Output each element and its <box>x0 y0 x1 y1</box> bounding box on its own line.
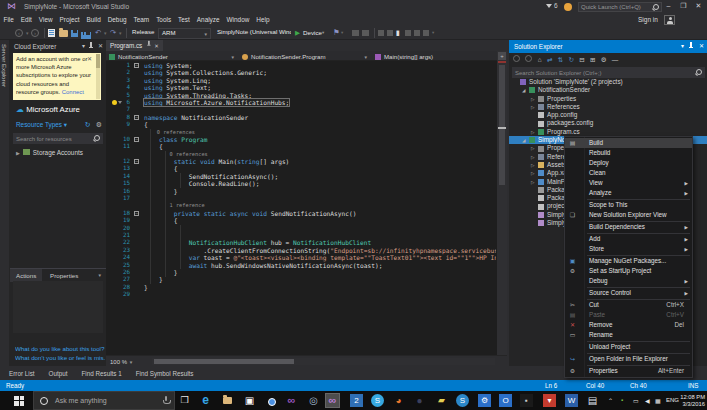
context-menu-rename[interactable]: Rename▭ <box>565 330 692 340</box>
storage-accounts-item[interactable]: ▶Storage Accounts <box>10 147 106 158</box>
save-all-icon[interactable] <box>81 30 91 40</box>
outlook-icon[interactable]: O <box>499 394 512 407</box>
startup-project-dropdown[interactable]: SimplyNote (Universal Windows)▼ <box>214 28 291 39</box>
tab-program-cs[interactable]: Program.cs✕ <box>106 40 163 51</box>
menu-build[interactable]: Build <box>83 13 104 26</box>
project-dropdown[interactable]: NotificationSender▼ <box>106 51 239 61</box>
undo-icon[interactable]: ↶ <box>95 28 101 38</box>
menu-edit[interactable]: Edit <box>17 13 35 26</box>
tray-monitor-icon[interactable]: ▭ <box>633 397 639 404</box>
pin-icon[interactable] <box>689 42 694 53</box>
terminal-icon[interactable]: ▪ <box>520 394 533 407</box>
app-dark-icon[interactable]: ● <box>413 394 426 407</box>
menu-view[interactable]: View <box>35 13 56 26</box>
pin-icon[interactable] <box>147 41 151 47</box>
close-icon[interactable]: ✕ <box>98 42 103 51</box>
split-plus-icon[interactable]: + <box>498 52 506 60</box>
platform-dropdown[interactable]: ARM▼ <box>158 28 211 39</box>
redo-icon[interactable]: ↷ <box>110 28 116 38</box>
connect-link[interactable]: Connect <box>62 89 84 95</box>
tray-speaker-icon[interactable]: ◀ <box>645 397 650 404</box>
quick-launch-input[interactable]: Quick Launch (Ctrl+Q) <box>578 2 662 12</box>
close-icon[interactable]: ✕ <box>154 43 159 49</box>
tree-item-references[interactable]: ▷References <box>509 103 707 111</box>
tray-chevron-icon[interactable]: ⌃ <box>608 397 613 404</box>
cortana-search-box[interactable]: Ask me anything <box>33 391 175 410</box>
context-menu-clean[interactable]: Clean <box>565 168 692 178</box>
context-menu-analyze[interactable]: Analyze▶ <box>565 188 692 198</box>
app-2-icon[interactable]: 2 <box>350 394 363 407</box>
visual-studio-active-icon[interactable]: ∞ <box>326 394 339 407</box>
run-target-label[interactable]: Device <box>303 28 322 38</box>
navigate-forward-icon[interactable]: › <box>31 28 39 38</box>
menu-debug[interactable]: Debug <box>104 13 130 26</box>
menu-tools[interactable]: Tools <box>153 13 175 26</box>
editor-horizontal-scrollbar[interactable] <box>152 358 495 365</box>
menu-file[interactable]: File <box>0 13 17 26</box>
zoom-dropdown[interactable]: 100 % ▼ <box>108 358 146 366</box>
lightbulb-icon[interactable] <box>112 100 117 105</box>
context-menu-remove[interactable]: Remove✕Del <box>565 320 692 330</box>
context-menu-manage-nuget-packages-[interactable]: Manage NuGet Packages...▣ <box>565 256 692 266</box>
tray-green-icon[interactable]: ▪ <box>621 397 623 403</box>
back-icon[interactable] <box>513 55 520 62</box>
close-icon[interactable]: ✕ <box>87 55 92 63</box>
bottom-tab-find-symbol-results[interactable]: Find Symbol Results <box>131 366 199 378</box>
menu-project[interactable]: Project <box>56 13 83 26</box>
save-icon[interactable] <box>71 30 78 40</box>
context-menu-cut[interactable]: Cut✂Ctrl+X <box>565 300 692 310</box>
skype-business-icon[interactable]: S <box>456 394 469 407</box>
microphone-icon[interactable] <box>165 396 168 401</box>
refresh-icon[interactable]: ↻ <box>568 56 573 63</box>
menu-help[interactable]: Help <box>253 13 273 26</box>
tree-item-solution-simplynote-2-projects[interactable]: Solution 'SimplyNote' (2 projects) <box>509 78 707 86</box>
type-dropdown[interactable]: NotificationSender.Program▼ <box>239 51 372 61</box>
context-menu-rebuild[interactable]: Rebuild <box>565 148 692 158</box>
file-explorer-icon[interactable] <box>221 394 234 407</box>
word-icon[interactable]: W <box>565 394 578 407</box>
sticky-notes-icon[interactable]: ▰ <box>435 394 448 407</box>
tree-item-packages-config[interactable]: packages.config <box>509 119 707 127</box>
clock[interactable]: 12:08 PM3/3/2016 <box>671 394 705 408</box>
context-menu-add[interactable]: Add▶ <box>565 234 692 244</box>
user-avatar-icon[interactable] <box>664 15 675 25</box>
context-menu-scope-to-this[interactable]: Scope to This <box>565 200 692 210</box>
member-dropdown[interactable]: Main(string[] args)▼ <box>372 51 505 61</box>
task-view-icon[interactable]: ❒ <box>178 394 191 407</box>
red-app-icon[interactable]: ▾ <box>543 394 556 407</box>
settings-gear-icon[interactable]: ⚙ <box>478 394 491 407</box>
pin-icon[interactable] <box>89 42 94 53</box>
close-button[interactable]: ✕ <box>692 0 705 11</box>
switch-views-icon[interactable]: ⇄ <box>547 56 552 63</box>
restore-button[interactable]: ❐ <box>677 0 690 11</box>
start-debug-icon[interactable]: ▶ <box>295 28 300 38</box>
tree-item-app-config[interactable]: App.config <box>509 111 707 119</box>
feedback-like-link[interactable]: What do you like about this tool? <box>15 345 105 353</box>
menu-team[interactable]: Team <box>130 13 153 26</box>
context-menu-deploy[interactable]: Deploy <box>565 158 692 168</box>
navigate-back-icon[interactable]: ‹ <box>15 28 23 38</box>
window-menu-icon[interactable]: ▾ <box>681 42 684 51</box>
skype-icon[interactable]: S <box>371 394 384 407</box>
settings-gear-icon[interactable]: ⚙ <box>96 120 102 129</box>
disc-icon[interactable]: ◎ <box>307 394 320 407</box>
tree-item-notificationsender[interactable]: ◢NotificationSender <box>509 86 707 94</box>
scrollbar-thumb[interactable] <box>499 65 505 185</box>
context-menu-source-control[interactable]: Source Control▶ <box>565 288 692 298</box>
menu-analyze[interactable]: Analyze <box>193 13 223 26</box>
resource-search-input[interactable]: Search for resources <box>13 133 103 144</box>
notes-app-icon[interactable]: ▤ <box>586 394 599 407</box>
feedback-icon[interactable] <box>564 3 572 11</box>
bottom-tab-error-list[interactable]: Error List <box>4 366 40 378</box>
refresh-icon[interactable]: ↻ <box>85 120 91 129</box>
server-explorer-tab[interactable]: Server Explorer <box>0 40 10 366</box>
context-menu-build-dependencies[interactable]: Build Dependencies▶ <box>565 222 692 232</box>
context-menu-debug[interactable]: Debug▶ <box>565 276 692 286</box>
forward-icon[interactable] <box>525 55 532 62</box>
collapse-all-icon[interactable]: ⊟ <box>579 56 584 63</box>
keyboard-layout-icon[interactable]: ▦ <box>655 397 661 404</box>
editor-vertical-scrollbar[interactable]: + <box>497 51 507 355</box>
sync-icon[interactable]: ⇅ <box>558 56 563 63</box>
edge-icon[interactable]: e <box>199 394 212 407</box>
context-menu-build[interactable]: Build▤ <box>565 138 692 148</box>
